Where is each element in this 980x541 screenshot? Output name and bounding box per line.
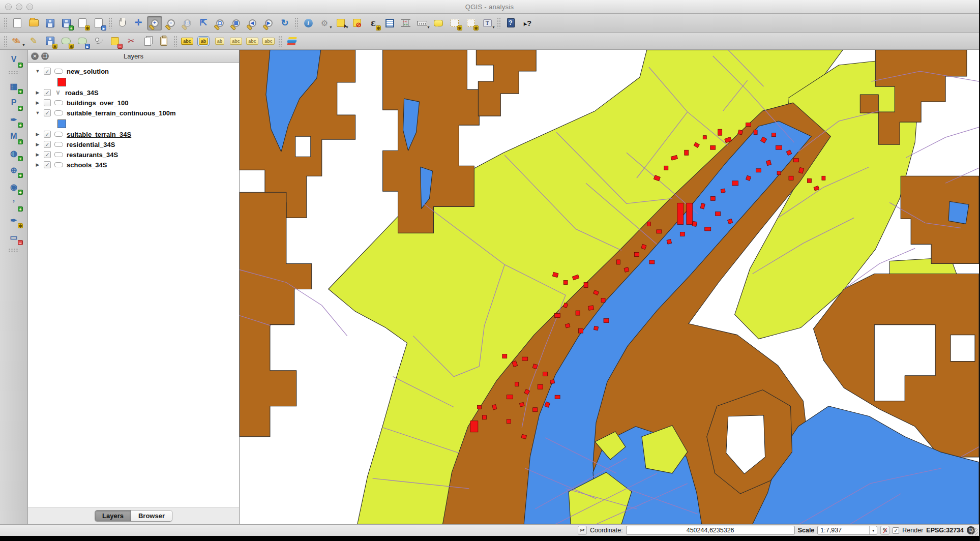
copy-features-button[interactable] — [140, 34, 155, 48]
expander-icon[interactable]: ▶ — [35, 90, 40, 95]
whats-this-button[interactable]: ? — [519, 16, 534, 31]
zoom-native-button[interactable]: 1:1 — [180, 16, 195, 31]
resize-grip[interactable] — [971, 528, 978, 535]
zoom-full-button[interactable]: ⇱ — [196, 16, 211, 31]
layer-visibility-checkbox[interactable]: ✓ — [44, 151, 51, 158]
layer-label[interactable]: suitable_terrain_continuous_100m — [67, 109, 176, 117]
select-by-expression-button[interactable]: ε✱ — [366, 16, 381, 31]
layer-visibility-checkbox[interactable]: ✓ — [44, 89, 51, 96]
layer-item-roads_34S[interactable]: ▶✓∨roads_34S — [28, 87, 239, 98]
move-feature-button[interactable]: ▸ — [75, 34, 90, 48]
layer-label[interactable]: new_solution — [67, 68, 109, 75]
layer-item-schools_34S[interactable]: ▶✓schools_34S — [28, 160, 239, 170]
toolbar-drag-handle[interactable] — [8, 248, 19, 252]
select-features-button[interactable]: ➤▼ — [333, 16, 348, 31]
layer-label[interactable]: buildings_over_100 — [67, 99, 128, 107]
delete-selected-button[interactable]: − — [107, 34, 123, 48]
new-bookmark-button[interactable]: ✱ — [447, 16, 462, 31]
processing-toolbox-button[interactable] — [284, 34, 300, 48]
add-spatialite-layer-button[interactable]: ✒+ — [6, 113, 21, 126]
layer-item-restaurants_34S[interactable]: ▶✓restaurants_34S — [28, 149, 239, 160]
layer-label[interactable]: suitable_terrain_34S — [67, 131, 131, 138]
layer-item-suitable_terrain_34S[interactable]: ▶✓suitable_terrain_34S — [28, 129, 239, 139]
layer-visibility-checkbox[interactable]: ✓ — [44, 131, 51, 138]
scale-combobox[interactable]: 1:7,937 ▼ — [817, 526, 877, 535]
toolbar-drag-handle[interactable] — [8, 71, 19, 75]
add-wfs-layer-button[interactable]: ◉+ — [6, 180, 21, 193]
zoom-to-layer-button[interactable]: ▤ — [228, 16, 244, 31]
current-edits-button[interactable]: ✎✎▼ — [10, 34, 25, 48]
add-wms-layer-button[interactable]: ⊕+ — [6, 163, 21, 176]
dropdown-arrow-icon[interactable]: ▼ — [345, 25, 349, 29]
layer-visibility-checkbox[interactable]: ✓ — [44, 109, 51, 116]
refresh-button[interactable]: ↻ — [277, 16, 292, 31]
toolbar-drag-handle[interactable] — [4, 17, 8, 28]
zoom-out-button[interactable]: − — [163, 16, 179, 31]
layer-visibility-checkbox[interactable] — [44, 99, 51, 106]
attribute-table-button[interactable] — [382, 16, 397, 31]
new-composer-button[interactable]: ✱ — [75, 16, 90, 31]
layer-label[interactable]: residential_34S — [67, 141, 115, 148]
expander-icon[interactable]: ▶ — [35, 132, 40, 137]
dropdown-arrow-icon[interactable]: ▼ — [492, 25, 495, 29]
scale-dropdown-icon[interactable]: ▼ — [869, 526, 877, 534]
add-vector-layer-button[interactable]: V+ — [6, 53, 21, 66]
toolbar-drag-handle[interactable] — [173, 36, 177, 47]
composer-manager-button[interactable]: ▸ — [91, 16, 106, 31]
help-button[interactable]: ? — [503, 16, 518, 31]
zoom-in-button[interactable]: + — [147, 16, 162, 31]
dropdown-arrow-icon[interactable]: ▼ — [427, 25, 430, 29]
layer-visibility-checkbox[interactable]: ✓ — [44, 161, 51, 168]
text-annotation-button[interactable]: T▼ — [480, 16, 495, 31]
panel-tab-layers[interactable]: Layers — [95, 510, 131, 521]
expander-icon[interactable]: ▶ — [35, 100, 40, 105]
measure-button[interactable]: ▼ — [414, 16, 430, 31]
layer-item-suitable_terrain_continuous_100m[interactable]: ▼✓suitable_terrain_continuous_100m — [28, 108, 239, 118]
move-label-button[interactable]: abc — [245, 34, 260, 48]
layer-label[interactable]: restaurants_34S — [67, 151, 118, 159]
toolbar-drag-handle[interactable] — [108, 17, 112, 28]
expander-icon[interactable]: ▶ — [35, 162, 40, 167]
rotate-label-button[interactable]: abc — [261, 34, 276, 48]
pan-map-button[interactable] — [114, 16, 130, 31]
new-project-button[interactable] — [10, 16, 25, 31]
add-delimited-text-button[interactable]: ʼ+ — [6, 197, 21, 210]
layer-item-buildings_over_100[interactable]: ▶buildings_over_100 — [28, 98, 239, 108]
expander-icon[interactable]: ▶ — [35, 152, 40, 157]
layer-label[interactable]: roads_34S — [65, 89, 99, 97]
toolbar-drag-handle[interactable] — [278, 36, 282, 47]
dropdown-arrow-icon[interactable]: ▼ — [22, 43, 25, 47]
layer-label[interactable]: schools_34S — [67, 161, 107, 169]
statistics-button[interactable] — [398, 16, 413, 31]
coordinate-input[interactable]: 450244,6235326 — [626, 526, 795, 535]
pan-to-selection-button[interactable]: ✛ — [131, 16, 146, 31]
identify-features-button[interactable]: i — [301, 16, 316, 31]
expander-icon[interactable]: ▼ — [35, 69, 40, 74]
extents-toggle-icon[interactable]: ✂ — [578, 526, 587, 535]
expander-icon[interactable]: ▶ — [35, 142, 40, 147]
toolbar-drag-handle[interactable] — [497, 17, 501, 28]
toolbar-drag-handle[interactable] — [4, 36, 8, 47]
layer-visibility-checkbox[interactable]: ✓ — [44, 68, 51, 75]
symbology-swatch[interactable] — [57, 119, 66, 128]
paste-features-button[interactable] — [156, 34, 171, 48]
add-postgis-layer-button[interactable]: P+ — [6, 96, 21, 109]
cut-features-button[interactable]: ✂ — [124, 34, 139, 48]
save-project-button[interactable] — [42, 16, 57, 31]
panel-tab-browser[interactable]: Browser — [131, 510, 172, 521]
show-hidden-labels-button[interactable]: abc — [228, 34, 244, 48]
show-bookmarks-button[interactable]: ✱ — [463, 16, 479, 31]
render-checkbox[interactable]: ✓ — [893, 527, 899, 534]
add-mssql-layer-button[interactable]: M+ — [6, 130, 21, 143]
toolbar-drag-handle[interactable] — [294, 17, 299, 28]
pin-labels-button[interactable]: ab — [212, 34, 227, 48]
toggle-editing-button[interactable]: ✎ — [26, 34, 41, 48]
map-tips-button[interactable] — [431, 16, 446, 31]
zoom-next-button[interactable]: ▶ — [261, 16, 276, 31]
remove-layer-button[interactable]: ▭− — [6, 230, 21, 244]
deselect-features-button[interactable]: ⊘ — [349, 16, 365, 31]
highlight-labels-button[interactable]: abc — [180, 34, 195, 48]
add-raster-layer-button[interactable]: ▦+ — [6, 79, 21, 93]
layer-visibility-checkbox[interactable]: ✓ — [44, 141, 51, 148]
layer-item-residential_34S[interactable]: ▶✓residential_34S — [28, 139, 239, 149]
